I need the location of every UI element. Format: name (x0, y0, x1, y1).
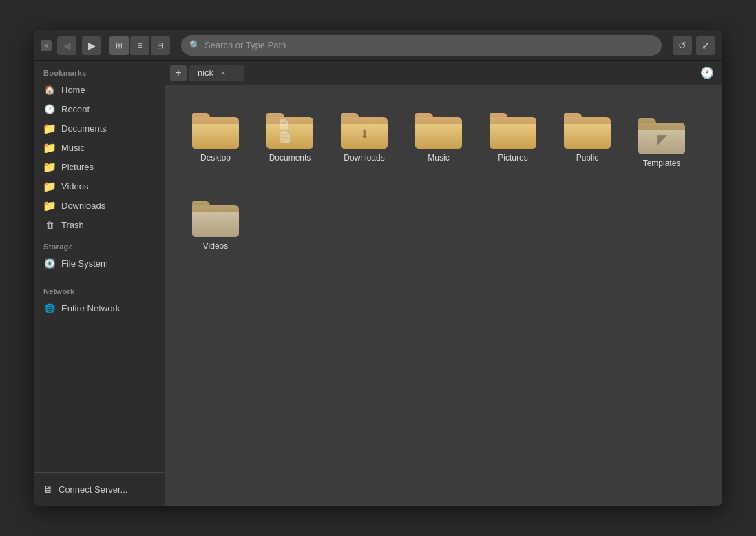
content-wrapper: + nick × 🕐 (165, 61, 722, 506)
templates-folder-icon-main: ◤ (637, 112, 686, 154)
forward-icon: ▶ (88, 40, 96, 51)
sidebar-divider (34, 276, 165, 276)
history-icon: 🕐 (700, 66, 714, 79)
search-bar[interactable]: 🔍 (181, 35, 662, 56)
file-item-documents[interactable]: 📄 Documents (255, 99, 324, 176)
sidebar-item-music[interactable]: 📁 Music (34, 138, 165, 157)
sidebar-item-downloads[interactable]: 📁 Downloads (34, 196, 165, 215)
documents-overlay-icon: 📄 (278, 118, 302, 143)
network-icon: 🌐 (43, 302, 56, 314)
reload-button[interactable]: ↺ (673, 36, 692, 55)
sidebar-item-home[interactable]: 🏠 Home (34, 80, 165, 99)
icon-view-button[interactable]: ⊞ (109, 36, 129, 55)
file-item-pictures[interactable]: Pictures (479, 99, 547, 176)
file-item-public[interactable]: Public (553, 99, 622, 176)
file-manager-window: × ◀ ▶ ⊞ ≡ ⊟ 🔍 ↺ ⤢ (34, 30, 722, 506)
expand-button[interactable]: ⤢ (696, 36, 715, 55)
sidebar-item-filesystem[interactable]: 💽 File System (34, 254, 165, 273)
file-item-videos[interactable]: Videos (181, 187, 250, 259)
desktop-label: Desktop (200, 153, 231, 164)
file-item-templates[interactable]: ◤ Templates (627, 105, 696, 176)
forward-button[interactable]: ▶ (82, 36, 101, 55)
pictures-label: Pictures (498, 153, 527, 164)
titlebar-actions: ↺ ⤢ (673, 36, 715, 55)
sidebar-item-trash[interactable]: 🗑 Trash (34, 215, 165, 234)
sidebar-item-pictures[interactable]: 📁 Pictures (34, 157, 165, 176)
bookmarks-section-title: Bookmarks (34, 61, 165, 80)
close-button[interactable]: × (41, 40, 52, 51)
recent-icon: 🕐 (43, 103, 56, 115)
home-icon: 🏠 (43, 83, 56, 96)
sidebar-item-documents[interactable]: 📁 Documents (34, 118, 165, 138)
trash-icon: 🗑 (43, 218, 56, 231)
history-button[interactable]: 🕐 (697, 63, 717, 83)
downloads-overlay-icon (359, 127, 370, 142)
templates-label: Templates (643, 158, 681, 169)
pictures-folder-icon-main (488, 106, 538, 149)
pictures-folder-icon: 📁 (43, 161, 56, 173)
file-item-desktop[interactable]: Desktop (181, 99, 250, 176)
videos-folder-icon: 📁 (43, 180, 56, 192)
expand-icon: ⤢ (702, 40, 710, 51)
tab-close-button[interactable]: × (218, 68, 229, 79)
templates-overlay-icon: ◤ (657, 131, 667, 147)
back-icon: ◀ (63, 40, 71, 51)
search-icon: 🔍 (189, 40, 200, 50)
network-section-title: Network (34, 279, 165, 298)
sidebar-item-videos[interactable]: 📁 Videos (34, 176, 165, 196)
desktop-folder-icon (191, 106, 240, 149)
list-icon: ≡ (137, 41, 142, 50)
columns-icon: ⊟ (157, 41, 164, 50)
file-item-music[interactable]: Music (404, 99, 473, 176)
sidebar-item-recent[interactable]: 🕐 Recent (34, 99, 165, 118)
main-area: Bookmarks 🏠 Home 🕐 Recent 📁 Documents 📁 … (34, 61, 722, 506)
videos-label: Videos (203, 241, 228, 252)
connect-server-button[interactable]: 🖥 Connect Server... (34, 478, 165, 500)
reload-icon: ↺ (678, 40, 686, 51)
downloads-label: Downloads (344, 153, 384, 164)
tab-nick[interactable]: nick × (189, 65, 244, 81)
file-grid: Desktop 📄 Documents (165, 85, 722, 506)
list-view-button[interactable]: ≡ (130, 36, 149, 55)
documents-folder-icon-main: 📄 (265, 106, 315, 149)
public-folder-icon-main (563, 106, 612, 149)
downloads-folder-icon-main (339, 106, 389, 149)
sidebar: Bookmarks 🏠 Home 🕐 Recent 📁 Documents 📁 … (34, 61, 165, 506)
plus-icon: + (175, 67, 181, 79)
titlebar: × ◀ ▶ ⊞ ≡ ⊟ 🔍 ↺ ⤢ (34, 30, 722, 61)
grid-icon: ⊞ (116, 41, 123, 50)
tab-bar: + nick × 🕐 (165, 61, 722, 85)
music-folder-icon: 📁 (43, 141, 56, 154)
view-toggle-group: ⊞ ≡ ⊟ (109, 36, 170, 55)
hdd-icon: 💽 (43, 257, 56, 269)
public-label: Public (576, 153, 599, 164)
new-tab-button[interactable]: + (170, 65, 187, 81)
documents-label: Documents (269, 153, 311, 164)
sidebar-item-entire-network[interactable]: 🌐 Entire Network (34, 298, 165, 318)
column-view-button[interactable]: ⊟ (151, 36, 170, 55)
music-label: Music (428, 153, 449, 164)
server-icon: 🖥 (43, 484, 53, 495)
sidebar-bottom: 🖥 Connect Server... (34, 472, 165, 500)
search-input[interactable] (204, 40, 653, 50)
music-folder-icon-main (414, 106, 463, 149)
file-item-downloads[interactable]: Downloads (330, 99, 399, 176)
videos-folder-icon-main (191, 194, 240, 237)
documents-folder-icon: 📁 (43, 122, 56, 134)
storage-section-title: Storage (34, 234, 165, 254)
downloads-folder-icon: 📁 (43, 199, 56, 212)
back-button[interactable]: ◀ (57, 36, 76, 55)
